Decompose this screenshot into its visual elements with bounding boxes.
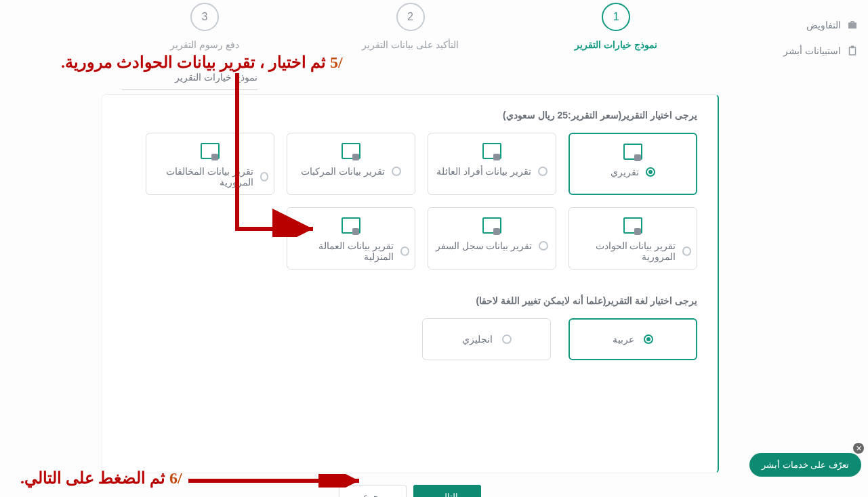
next-button[interactable]: التالي: [413, 485, 481, 497]
radio-icon: [646, 167, 655, 177]
help-pill[interactable]: تعرّف على خدمات أبشر: [749, 453, 861, 477]
step-label: التأكيد على بيانات التقرير: [362, 39, 459, 50]
step-1: 1 نموذج خيارات التقرير: [513, 3, 719, 50]
radio-icon: [539, 241, 548, 251]
option-label: تقرير بيانات أفراد العائلة: [436, 166, 532, 177]
report-option-violations[interactable]: تقرير بيانات المخالفات المرورية: [146, 133, 274, 195]
annotation-text: ثم الضغط على التالي.: [20, 469, 165, 487]
report-icon: [623, 144, 642, 160]
viewport: التفاويض استبيانات أبشر ✕ تعرّف على خدما…: [0, 0, 868, 497]
step-label: نموذج خيارات التقرير: [575, 39, 657, 50]
report-icon: [342, 143, 360, 159]
language-row: عربية انجليزي: [123, 318, 697, 360]
report-option-family[interactable]: تقرير بيانات أفراد العائلة: [428, 133, 556, 195]
back-button[interactable]: رجوع: [339, 485, 407, 497]
step-circle: 1: [602, 3, 630, 31]
report-option-vehicles[interactable]: تقرير بيانات المركبات: [287, 133, 415, 195]
report-icon: [482, 217, 501, 234]
sidebar: التفاويض استبيانات أبشر: [746, 0, 868, 76]
step-3: 3 دفع رسوم التقرير: [102, 3, 308, 50]
language-option-english[interactable]: انجليزي: [422, 318, 551, 360]
help-close-icon[interactable]: ✕: [853, 443, 864, 454]
briefcase-icon: [846, 19, 859, 31]
option-label: تقرير بيانات الحوادث المرورية: [575, 240, 676, 262]
option-label: انجليزي: [462, 334, 493, 345]
option-label: تقرير بيانات المخالفات المرورية: [152, 166, 253, 188]
sidebar-item-delegations[interactable]: التفاويض: [756, 12, 859, 38]
report-option-accidents[interactable]: تقرير بيانات الحوادث المرورية: [569, 207, 697, 269]
radio-icon: [260, 172, 268, 181]
radio-icon: [502, 334, 512, 344]
option-label: تقريري: [611, 167, 639, 177]
language-option-arabic[interactable]: عربية: [569, 318, 697, 360]
footer-buttons: التالي رجوع: [339, 485, 481, 497]
radio-icon: [538, 167, 547, 176]
step-label: دفع رسوم التقرير: [170, 39, 239, 50]
clipboard-icon: [846, 45, 859, 57]
report-icon: [342, 217, 360, 234]
report-icon: [623, 217, 642, 234]
report-option-my-report[interactable]: تقريري: [569, 133, 697, 195]
radio-icon: [400, 246, 409, 256]
annotation-text: ثم اختيار ، تقرير بيانات الحوادث مرورية.: [61, 53, 326, 71]
radio-icon: [392, 167, 401, 176]
annotation-number: /6: [169, 469, 182, 487]
report-title: يرجى اختيار التقرير(سعر التقرير:25 ريال …: [123, 110, 697, 121]
step-circle: 3: [190, 3, 219, 31]
option-label: تقرير بيانات المركبات: [301, 166, 385, 177]
report-icon: [482, 143, 501, 159]
radio-icon: [682, 246, 691, 256]
option-label: تقرير بيانات سجل السفر: [436, 240, 533, 251]
language-title: يرجى اختيار لغة التقرير(علما أنه لايمكن …: [123, 295, 697, 306]
report-option-travel[interactable]: تقرير بيانات سجل السفر: [428, 207, 556, 269]
sidebar-item-label: استبيانات أبشر: [783, 45, 841, 56]
radio-icon: [644, 334, 653, 344]
annotation-step6: /6 ثم الضغط على التالي.: [20, 469, 182, 488]
annotation-number: /5: [330, 53, 343, 71]
report-option-domestic-labor[interactable]: تقرير بيانات العمالة المنزلية: [287, 207, 415, 269]
stepper: 3 دفع رسوم التقرير 2 التأكيد على بيانات …: [81, 0, 739, 57]
option-label: عربية: [613, 334, 634, 345]
step-circle: 2: [396, 3, 425, 31]
report-icon: [201, 143, 220, 159]
report-option-grid: تقريري تقرير بيانات أفراد العائلة تقرير …: [123, 133, 697, 269]
step-2: 2 التأكيد على بيانات التقرير: [308, 3, 514, 50]
annotation-step5: /5 ثم اختيار ، تقرير بيانات الحوادث مرور…: [61, 53, 343, 72]
sidebar-item-surveys[interactable]: استبيانات أبشر: [756, 38, 859, 64]
report-card: يرجى اختيار التقرير(سعر التقرير:25 ريال …: [102, 94, 719, 473]
sidebar-item-label: التفاويض: [806, 20, 841, 30]
option-label: تقرير بيانات العمالة المنزلية: [293, 240, 394, 262]
